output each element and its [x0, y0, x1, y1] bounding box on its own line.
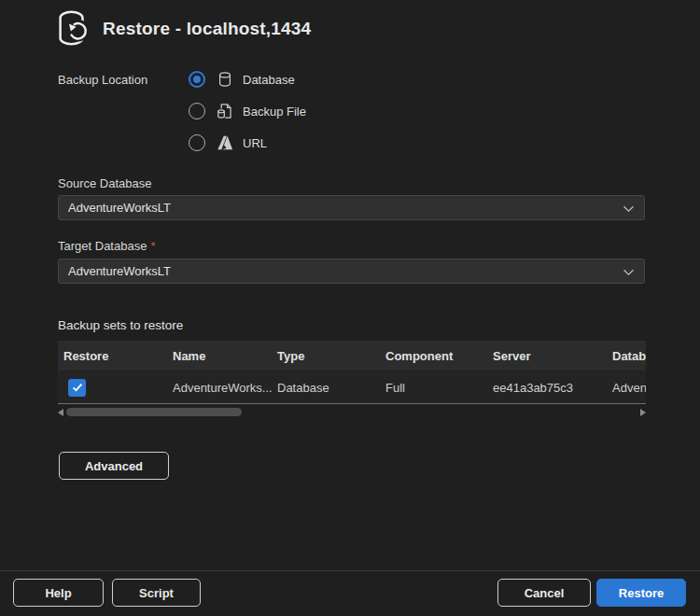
- backup-location-label: Backup Location: [58, 73, 147, 87]
- restore-cell: [58, 379, 167, 397]
- radio-option-url[interactable]: URL: [189, 133, 306, 153]
- chevron-down-icon: [623, 263, 635, 280]
- column-header-component[interactable]: Component: [380, 349, 487, 363]
- column-header-type[interactable]: Type: [272, 349, 380, 363]
- target-database-label-text: Target Database: [58, 239, 147, 253]
- component-cell: Full: [380, 381, 487, 395]
- radio-button-url[interactable]: [189, 134, 205, 151]
- backup-sets-table: Restore Name Type Component Server Datab…: [58, 341, 646, 420]
- required-asterisk: *: [150, 239, 155, 253]
- table-row[interactable]: AdventureWorks... Database Full ee41a3ab…: [58, 371, 646, 403]
- target-database-value: AdventureWorksLT: [68, 264, 623, 278]
- column-header-restore[interactable]: Restore: [58, 349, 167, 363]
- checkmark-icon: [72, 383, 83, 392]
- restore-checkbox-checked[interactable]: [68, 379, 86, 397]
- radio-button-backup-file[interactable]: [189, 103, 205, 119]
- scrollbar-thumb[interactable]: [66, 408, 242, 416]
- backup-file-icon: [217, 103, 233, 119]
- script-button[interactable]: Script: [112, 579, 201, 607]
- column-header-server[interactable]: Server: [487, 349, 607, 363]
- page-title: Restore - localhost,1434: [103, 19, 311, 39]
- azure-url-icon: [217, 134, 233, 151]
- source-database-dropdown[interactable]: AdventureWorksLT: [58, 195, 645, 220]
- radio-label-url: URL: [243, 136, 267, 150]
- help-button[interactable]: Help: [13, 579, 104, 607]
- chevron-down-icon: [623, 200, 635, 217]
- scroll-right-arrow-icon[interactable]: [640, 409, 646, 416]
- radio-option-database[interactable]: Database: [189, 69, 306, 90]
- restore-database-icon: [52, 7, 91, 49]
- source-database-label: Source Database: [58, 176, 151, 190]
- database-icon: [217, 71, 233, 88]
- type-cell: Database: [272, 381, 380, 395]
- radio-option-backup-file[interactable]: Backup File: [189, 101, 306, 121]
- column-header-name[interactable]: Name: [167, 349, 272, 363]
- footer-divider: [0, 570, 700, 571]
- radio-dot: [193, 76, 201, 83]
- backup-sets-label: Backup sets to restore: [58, 318, 183, 332]
- radio-button-database[interactable]: [189, 71, 205, 88]
- column-header-database[interactable]: Database: [607, 349, 646, 363]
- horizontal-scrollbar[interactable]: [58, 404, 646, 420]
- source-database-value: AdventureWorksLT: [68, 201, 623, 215]
- scroll-left-arrow-icon[interactable]: [58, 409, 63, 416]
- name-cell: AdventureWorks...: [167, 381, 272, 395]
- target-database-label: Target Database*: [58, 239, 155, 253]
- advanced-button[interactable]: Advanced: [59, 452, 169, 480]
- cancel-button[interactable]: Cancel: [497, 579, 591, 607]
- database-cell: Adventu...: [607, 381, 646, 395]
- server-cell: ee41a3ab75c3: [487, 381, 607, 395]
- radio-label-database: Database: [243, 73, 295, 87]
- restore-dialog: Restore - localhost,1434 Backup Location…: [0, 0, 700, 616]
- radio-label-backup-file: Backup File: [243, 105, 306, 119]
- restore-button[interactable]: Restore: [596, 579, 686, 607]
- table-header-row: Restore Name Type Component Server Datab…: [58, 341, 646, 371]
- target-database-dropdown[interactable]: AdventureWorksLT: [58, 259, 645, 284]
- backup-location-radio-group: Database Backup File: [189, 69, 306, 153]
